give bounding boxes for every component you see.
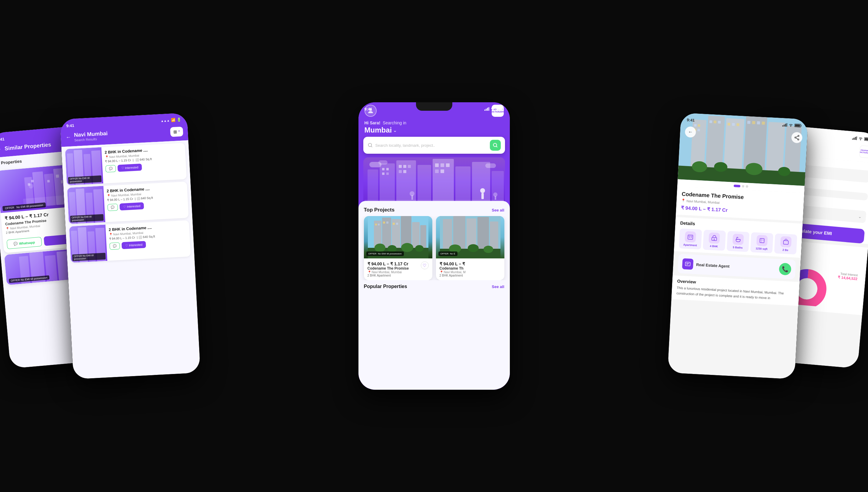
- svg-rect-63: [481, 193, 484, 199]
- svg-rect-80: [396, 223, 398, 225]
- proj1-loc-p3: 📍 Navi Mumbai, Mumbai: [367, 271, 409, 274]
- svg-rect-31: [487, 108, 488, 111]
- svg-rect-78: [386, 221, 388, 224]
- detail-extra-p4: 2 Be: [774, 233, 797, 254]
- svg-rect-76: [378, 224, 380, 225]
- int-btn-2-p2[interactable]: ♡ Interested: [120, 202, 144, 210]
- hero-illustration-p3: [363, 157, 505, 206]
- agent-name-p4: Real Estate Agent: [696, 262, 730, 268]
- total-interest-p5: Total Interest ₹ 14,64,522: [838, 272, 858, 281]
- svg-rect-50: [386, 172, 389, 175]
- svg-rect-138: [783, 241, 788, 245]
- svg-rect-141: [853, 138, 855, 140]
- prop-count-p1: 5 Properties: [0, 158, 22, 166]
- svg-point-82: [375, 244, 385, 252]
- back-arrow-p2[interactable]: ←: [65, 134, 71, 141]
- svg-rect-9: [31, 180, 34, 182]
- popular-see-all-p3[interactable]: See all: [492, 285, 504, 289]
- signal-icon-p4: [782, 123, 788, 127]
- search-icon-p3: [367, 143, 373, 148]
- apartment-icon-p4: [685, 231, 696, 243]
- svg-rect-59: [435, 169, 439, 173]
- detail-apartment-p4: Apartment: [679, 228, 702, 250]
- whatsapp-btn-p1[interactable]: 💬 Whatsapp: [7, 237, 42, 249]
- call-btn-p4[interactable]: 📞: [779, 263, 791, 275]
- svg-rect-136: [714, 239, 715, 241]
- cloud2-p3: [379, 161, 388, 165]
- share-btn-p4[interactable]: [791, 132, 803, 143]
- proj2-type-p3: 2 BHK Apartment: [440, 274, 501, 277]
- proj1-price-p3: ₹ 94.00 L – ₹ 1.17 Cr: [367, 262, 409, 266]
- heart-btn-p3[interactable]: ♡: [421, 262, 429, 269]
- int-btn-1-p2[interactable]: ♡ Interested: [118, 164, 142, 172]
- svg-rect-51: [399, 165, 402, 168]
- wa-btn-3-p2[interactable]: 💬: [109, 242, 120, 250]
- filter-btn-p2[interactable]: ⊞ ≡: [170, 126, 183, 137]
- overview-section-p4: Overview This a luxurious residential pr…: [671, 275, 800, 306]
- popular-header-p3: Popular Properties See all: [359, 280, 510, 291]
- details-section-p4: Details Apartment: [674, 217, 803, 258]
- see-all-p3[interactable]: See all: [492, 208, 504, 213]
- sqft-label-p4: 1230 sqft: [756, 247, 768, 250]
- status-icons-p2: ▲▲▲ 📶 🔋: [161, 118, 181, 123]
- svg-point-33: [492, 110, 493, 111]
- svg-rect-57: [440, 164, 444, 167]
- back-arrow-p1[interactable]: ←: [0, 146, 2, 152]
- svg-point-67: [493, 193, 498, 197]
- proj2-loc-p3: 📍 Navi Mumbai, M: [440, 271, 501, 274]
- top-projects-title-p3: Top Projects: [364, 207, 395, 213]
- search-bar-p3[interactable]: Search locality, landmark, project..: [363, 137, 505, 154]
- svg-rect-146: [865, 138, 868, 140]
- apartment-label-p4: Apartment: [683, 243, 697, 247]
- scene: 9:41 📶 🔋 ← Similar Properties: [0, 0, 868, 492]
- battery-icon-p3: [497, 107, 504, 111]
- status-time-p2: 9:41: [66, 123, 74, 128]
- status-icons-p3: [484, 107, 504, 111]
- popular-title-p3: Popular Properties: [364, 284, 407, 289]
- wa-btn-1-p2[interactable]: 💬: [105, 165, 116, 172]
- signal-icon-p3: [484, 107, 489, 111]
- city-selector-p3[interactable]: Mumbai ⌄: [364, 126, 504, 134]
- svg-rect-29: [484, 109, 485, 111]
- extra-label-p4: 2 Be: [782, 248, 788, 252]
- city-illustration-p3: [363, 157, 505, 206]
- card3-actions-p2: 💬 ♡ Interested: [109, 239, 187, 250]
- svg-point-144: [860, 139, 861, 140]
- list-card-1-p2: OFFER No EMI till possession 2 BHK in Co…: [65, 143, 187, 186]
- wa-btn-2-p2[interactable]: 💬: [107, 204, 118, 211]
- svg-rect-55: [403, 170, 406, 173]
- svg-line-133: [796, 138, 798, 139]
- svg-rect-79: [393, 223, 395, 225]
- search-btn-p3[interactable]: [490, 140, 501, 151]
- status-time-p4: 9:41: [686, 117, 695, 122]
- svg-point-95: [483, 246, 493, 253]
- int-btn-3-p2[interactable]: ♡ Interested: [121, 241, 146, 249]
- greeting-p3: Hi Sara! Searching in: [364, 120, 504, 125]
- svg-point-65: [410, 191, 414, 196]
- baths-label-p4: 5 Baths: [733, 246, 743, 249]
- svg-rect-56: [435, 164, 439, 167]
- status-time-p1: 9:41: [0, 137, 4, 142]
- dot-active-p4: [733, 184, 740, 187]
- project-card-2-p3[interactable]: OFFER No E ₹ 94.00 L – ₹ Codename Th 📍 N…: [436, 216, 504, 280]
- svg-rect-10: [47, 180, 50, 182]
- project-card-1-p3[interactable]: OFFER No EMI till possession ₹ 94.00 L –…: [364, 216, 432, 280]
- baths-icon-p4: [732, 233, 744, 245]
- list-card-2-p2: OFFER No EMI till possession 2 BHK in Co…: [67, 181, 189, 224]
- agent-logo-p4: [682, 259, 694, 270]
- back-btn-p4[interactable]: ←: [685, 126, 696, 138]
- svg-rect-47: [382, 168, 385, 170]
- svg-rect-142: [855, 137, 856, 140]
- svg-line-132: [796, 136, 798, 138]
- svg-rect-96: [782, 125, 783, 126]
- svg-rect-99: [786, 123, 787, 127]
- svg-rect-35: [497, 108, 502, 110]
- phone-property-detail: 9:41: [668, 113, 808, 379]
- top-projects-header-p3: Top Projects See all: [359, 206, 510, 216]
- project-cards-p3: OFFER No EMI till possession ₹ 94.00 L –…: [359, 216, 510, 280]
- search-submit-icon-p3: [492, 143, 498, 148]
- bhk-icon-p4: [709, 232, 720, 244]
- dot-3-p4: [746, 185, 748, 188]
- card1-actions-p2: 💬 ♡ Interested: [105, 162, 183, 172]
- svg-rect-58: [446, 164, 450, 167]
